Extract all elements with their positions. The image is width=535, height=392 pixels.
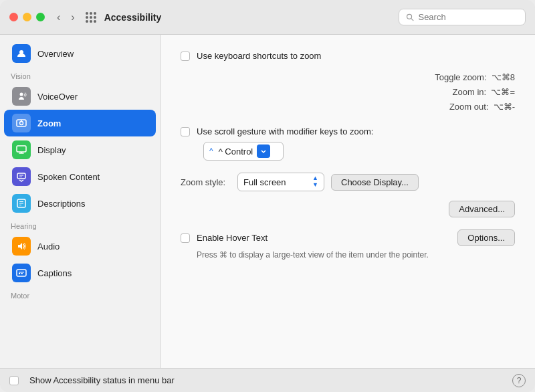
content-area: Use keyboard shortcuts to zoom Toggle zo… (160, 35, 535, 368)
hover-text-options-button[interactable]: Options... (457, 229, 515, 246)
zoom-style-stepper-icon[interactable]: ▲ ▼ (312, 175, 318, 189)
bottombar: Show Accessibility status in menu bar ? (0, 368, 535, 392)
display-icon (12, 140, 31, 159)
advanced-button[interactable]: Advanced... (449, 201, 515, 217)
help-button[interactable]: ? (512, 374, 526, 387)
maximize-button[interactable] (36, 13, 45, 21)
sidebar-item-spoken-content-label: Spoken Content (37, 172, 100, 182)
sidebar-section-vision: Vision (0, 67, 160, 83)
modifier-row: ^ ^ Control (181, 142, 515, 161)
sidebar-item-voiceover[interactable]: VoiceOver (4, 83, 156, 110)
main-content: Overview Vision VoiceOver (0, 35, 535, 368)
search-box[interactable] (399, 9, 526, 25)
overview-icon (12, 44, 31, 63)
advanced-row: Advanced... (181, 201, 515, 217)
hover-text-checkbox[interactable] (181, 233, 190, 243)
zoom-style-value: Full screen (243, 177, 286, 187)
sidebar-item-captions-label: Captions (37, 268, 72, 278)
apps-grid-icon[interactable] (86, 12, 96, 23)
back-button[interactable]: ‹ (54, 11, 63, 24)
spoken-content-icon (12, 167, 31, 186)
svg-point-3 (20, 93, 23, 96)
sidebar-item-descriptions-label: Descriptions (37, 199, 86, 209)
svg-rect-7 (17, 146, 26, 152)
sidebar-item-captions[interactable]: Captions (4, 260, 156, 286)
scroll-gesture-row: Use scroll gesture with modifier keys to… (181, 126, 515, 136)
sidebar-item-descriptions[interactable]: Descriptions (4, 190, 156, 217)
hover-text-label: Enable Hover Text (197, 233, 268, 243)
captions-icon (12, 264, 31, 282)
svg-point-5 (20, 122, 23, 125)
sidebar-item-overview-label: Overview (37, 49, 74, 59)
descriptions-icon (12, 194, 31, 213)
keyboard-shortcuts-checkbox[interactable] (181, 52, 190, 61)
sidebar-section-motor: Motor (0, 286, 160, 302)
audio-icon (12, 237, 31, 256)
sidebar-section-hearing: Hearing (0, 217, 160, 233)
voiceover-icon (12, 87, 31, 106)
traffic-lights (9, 13, 45, 21)
modifier-dropdown[interactable]: ^ ^ Control (203, 142, 284, 161)
keyboard-shortcuts-label: Use keyboard shortcuts to zoom (197, 51, 321, 61)
zoom-style-dropdown[interactable]: Full screen ▲ ▼ (237, 173, 324, 191)
keyboard-shortcuts-row: Use keyboard shortcuts to zoom (181, 51, 515, 61)
sidebar-item-zoom-label: Zoom (37, 118, 61, 128)
scroll-gesture-checkbox[interactable] (181, 127, 190, 136)
sidebar-item-display[interactable]: Display (4, 136, 156, 163)
zoom-style-row: Zoom style: Full screen ▲ ▼ Choose Displ… (181, 173, 515, 191)
sidebar-item-display-label: Display (37, 145, 66, 155)
dropdown-arrow-icon[interactable] (257, 144, 270, 158)
window-title: Accessibility (104, 12, 162, 23)
choose-display-button[interactable]: Choose Display... (331, 174, 419, 191)
forward-button[interactable]: › (68, 11, 77, 24)
sidebar-item-audio[interactable]: Audio (4, 233, 156, 260)
svg-rect-10 (17, 173, 25, 179)
hover-text-row: Enable Hover Text Options... (181, 229, 515, 246)
svg-line-1 (411, 18, 413, 20)
scroll-gesture-label: Use scroll gesture with modifier keys to… (197, 126, 373, 136)
zoom-icon (12, 114, 31, 132)
caret-icon: ^ (209, 146, 213, 156)
search-input[interactable] (418, 12, 518, 22)
shortcut-toggle: Toggle zoom: ⌥⌘8 (197, 70, 515, 85)
shortcut-zoom-out: Zoom out: ⌥⌘- (197, 100, 515, 114)
hover-text-hint: Press ⌘ to display a large-text view of … (197, 250, 515, 260)
close-button[interactable] (9, 13, 18, 21)
svg-rect-17 (17, 270, 26, 276)
sidebar-item-audio-label: Audio (37, 241, 60, 252)
shortcut-zoom-in: Zoom in: ⌥⌘= (197, 85, 515, 100)
sidebar-item-spoken-content[interactable]: Spoken Content (4, 163, 156, 190)
modifier-value: ^ Control (219, 146, 253, 157)
sidebar-item-overview[interactable]: Overview (4, 40, 156, 67)
sidebar-item-zoom[interactable]: Zoom (4, 110, 156, 136)
accessibility-status-checkbox[interactable] (9, 376, 19, 385)
sidebar-item-voiceover-label: VoiceOver (37, 92, 78, 102)
zoom-style-label: Zoom style: (181, 177, 231, 187)
titlebar: ‹ › Accessibility (0, 0, 535, 35)
sidebar: Overview Vision VoiceOver (0, 35, 160, 368)
search-icon (406, 13, 414, 22)
shortcuts-block: Toggle zoom: ⌥⌘8 Zoom in: ⌥⌘= Zoom out: … (197, 70, 515, 114)
minimize-button[interactable] (23, 13, 31, 21)
accessibility-status-label: Show Accessibility status in menu bar (29, 375, 175, 385)
